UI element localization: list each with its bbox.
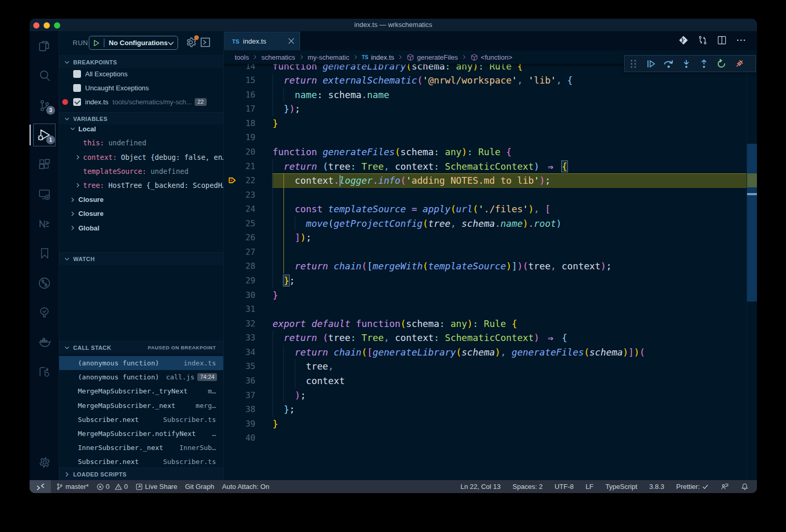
code-line-33[interactable]: 33 return (tree: Tree, context: Schemati… xyxy=(224,331,757,345)
breakpoint-checkbox[interactable] xyxy=(73,70,81,78)
git-compare-icon[interactable] xyxy=(698,35,708,45)
breadcrumb-item[interactable]: tools xyxy=(235,53,249,61)
status-auto-attach-on[interactable]: Auto Attach: On xyxy=(222,483,269,490)
code-line-36[interactable]: 36 context xyxy=(224,374,757,388)
step-out-icon[interactable] xyxy=(695,55,713,73)
activity-bar-item-testing[interactable] xyxy=(30,300,59,325)
continue-icon[interactable] xyxy=(642,55,660,73)
status-master-[interactable]: master* xyxy=(56,483,89,490)
code-line-26[interactable]: 26 ]); xyxy=(224,230,757,245)
activity-bar-item-git-graph[interactable] xyxy=(30,270,59,295)
call-stack-frame[interactable]: MergeMapSubscriber._nextmerg… xyxy=(59,399,223,413)
status-git-graph[interactable]: Git Graph xyxy=(185,483,214,490)
breakpoint-checkbox[interactable] xyxy=(73,84,81,92)
step-into-icon[interactable] xyxy=(677,55,695,73)
code-line-35[interactable]: 35 tree, xyxy=(224,359,757,374)
call-stack-frame[interactable]: (anonymous function)call.js74:24 xyxy=(59,370,223,384)
open-changes-icon[interactable] xyxy=(679,35,688,45)
status-live-share[interactable]: Live Share xyxy=(135,483,177,490)
code-line-25[interactable]: 25 move(getProjectConfig(tree, schema.na… xyxy=(224,216,757,231)
loaded-scripts-section-header[interactable]: LOADED SCRIPTS xyxy=(59,468,223,480)
activity-bar-item-docker[interactable] xyxy=(30,330,59,354)
variable-row[interactable]: templateSource:undefined xyxy=(59,164,223,178)
activity-bar-item-explorer[interactable] xyxy=(30,34,59,59)
code-line-29[interactable]: 29 }; xyxy=(224,274,757,288)
step-over-icon[interactable] xyxy=(660,55,677,73)
status-bell-icon[interactable] xyxy=(741,483,749,490)
code-line-20[interactable]: 20function generateFiles(schema: any): R… xyxy=(224,145,757,159)
activity-bar-item-nx-console[interactable] xyxy=(30,211,59,236)
breadcrumb-item[interactable]: <function> xyxy=(470,53,512,61)
status-lf[interactable]: LF xyxy=(586,483,593,490)
editor-scrollbar[interactable] xyxy=(747,64,757,480)
breakpoint-row[interactable]: All Exceptions xyxy=(59,67,223,81)
breadcrumb-item[interactable]: TSindex.ts xyxy=(362,53,395,61)
status-utf-8[interactable]: UTF-8 xyxy=(554,483,574,490)
activity-bar-item-run-and-debug[interactable]: 1 xyxy=(30,122,59,147)
status-prettier-[interactable]: Prettier: xyxy=(676,483,709,490)
breadcrumb-item[interactable]: generateFiles xyxy=(406,53,458,61)
variable-row[interactable]: this:undefined xyxy=(59,136,223,150)
code-line-15[interactable]: 15 return externalSchematic('@nrwl/works… xyxy=(224,73,757,88)
call-stack-frame[interactable]: Subscriber.nextSubscriber.ts xyxy=(59,413,223,427)
code-line-16[interactable]: 16 name: schema.name xyxy=(224,88,757,102)
variable-row[interactable]: Closure xyxy=(59,193,223,207)
watch-section-header[interactable]: WATCH xyxy=(59,252,223,265)
close-icon[interactable] xyxy=(288,37,294,46)
status-0[interactable]: 00 xyxy=(97,483,128,490)
code-area[interactable]: 14function generateLibrary(schema: any):… xyxy=(224,64,757,480)
activity-bar-item-live-share[interactable] xyxy=(30,359,59,384)
start-debug-icon[interactable] xyxy=(93,39,100,47)
variable-row[interactable]: Local xyxy=(59,122,223,136)
call-stack-frame[interactable]: MergeMapSubscriber.notifyNext… xyxy=(59,427,223,441)
code-line-24[interactable]: 24 const templateSource = apply(url('./f… xyxy=(224,202,757,216)
status-typescript[interactable]: TypeScript xyxy=(605,483,637,490)
breadcrumb-item[interactable]: schematics xyxy=(261,53,295,61)
debug-current-line-breakpoint-icon[interactable] xyxy=(228,176,237,187)
activity-bar-item-extensions[interactable] xyxy=(30,152,59,177)
code-line-27[interactable]: 27 xyxy=(224,245,757,260)
more-actions-icon[interactable] xyxy=(736,35,746,45)
code-line-28[interactable]: 28 return chain([mergeWith(templateSourc… xyxy=(224,259,757,274)
disconnect-icon[interactable] xyxy=(730,55,748,73)
tab-index-ts[interactable]: TS index.ts xyxy=(224,32,300,50)
remote-indicator[interactable] xyxy=(30,480,51,493)
activity-bar-item-bookmarks[interactable] xyxy=(30,241,59,266)
debug-console-icon[interactable] xyxy=(200,37,210,49)
activity-bar-item-search[interactable] xyxy=(30,63,59,88)
code-line-30[interactable]: 30} xyxy=(224,288,757,303)
variable-row[interactable]: context:Object {debug: false, en… xyxy=(59,150,223,164)
code-line-21[interactable]: 21 return (tree: Tree, context: Schemati… xyxy=(224,159,757,174)
code-line-40[interactable]: 40 xyxy=(224,431,757,445)
variable-row[interactable]: Global xyxy=(59,221,223,235)
code-line-22[interactable]: 22 context.logger.info('adding NOTES.md … xyxy=(224,173,757,188)
scrollbar-thumb[interactable] xyxy=(747,144,757,302)
breakpoint-row[interactable]: Uncaught Exceptions xyxy=(59,81,223,95)
call-stack-frame[interactable]: (anonymous function)index.ts xyxy=(59,356,223,370)
status-ln-22-col-13[interactable]: Ln 22, Col 13 xyxy=(460,483,500,490)
restart-icon[interactable] xyxy=(713,55,730,73)
code-line-38[interactable]: 38 }; xyxy=(224,402,757,417)
code-line-23[interactable]: 23 xyxy=(224,188,757,202)
code-line-31[interactable]: 31 xyxy=(224,302,757,317)
call-stack-section-header[interactable]: CALL STACKPAUSED ON BREAKPOINT xyxy=(59,341,223,353)
launch-configuration-dropdown[interactable]: No Configurations xyxy=(89,36,178,50)
variable-row[interactable]: tree:HostTree {_backend: ScopedH… xyxy=(59,179,223,193)
code-line-39[interactable]: 39} xyxy=(224,417,757,431)
breadcrumb-item[interactable]: my-schematic xyxy=(308,53,349,61)
variable-row[interactable]: Closure xyxy=(59,207,223,221)
call-stack-frame[interactable]: Subscriber.nextSubscriber.ts xyxy=(59,455,223,469)
status-feedback-icon[interactable] xyxy=(721,483,729,490)
activity-bar-item-remote-explorer[interactable] xyxy=(30,182,59,207)
split-editor-icon[interactable] xyxy=(717,35,727,45)
code-line-19[interactable]: 19 xyxy=(224,130,757,145)
status-spaces-2[interactable]: Spaces: 2 xyxy=(512,483,543,490)
status-3-8-3[interactable]: 3.8.3 xyxy=(649,483,665,490)
breakpoints-section-header[interactable]: BREAKPOINTS xyxy=(59,56,223,68)
activity-bar-item-source-control[interactable]: 3 xyxy=(30,93,59,118)
code-line-17[interactable]: 17 }); xyxy=(224,102,757,116)
call-stack-frame[interactable]: MergeMapSubscriber._tryNextm… xyxy=(59,384,223,398)
code-line-32[interactable]: 32export default function(schema: any): … xyxy=(224,317,757,331)
breakpoint-row[interactable]: index.tstools/schematics/my-sch...22 xyxy=(59,95,223,109)
breakpoint-checkbox[interactable] xyxy=(73,98,81,106)
